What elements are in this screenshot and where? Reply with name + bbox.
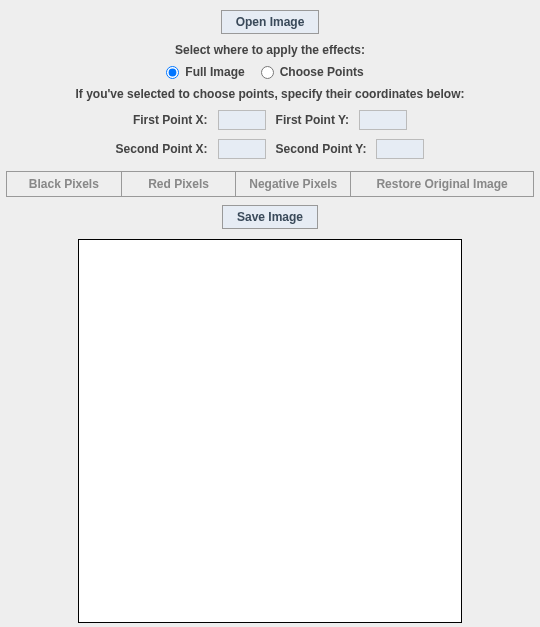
save-row: Save Image [222,205,318,229]
first-point-x-input[interactable] [218,110,266,130]
canvas-wrap [78,239,462,623]
first-point-x-label: First Point X: [133,113,208,127]
full-image-radio-label: Full Image [185,65,244,79]
second-point-y-input[interactable] [376,139,424,159]
effects-toolbar: Black Pixels Red Pixels Negative Pixels … [6,171,534,197]
first-point-y-input[interactable] [359,110,407,130]
save-image-button[interactable]: Save Image [222,205,318,229]
red-pixels-button[interactable]: Red Pixels [121,171,236,197]
negative-pixels-button[interactable]: Negative Pixels [235,171,350,197]
first-point-row: First Point X: First Point Y: [133,110,407,130]
second-point-row: Second Point X: Second Point Y: [116,139,425,159]
first-point-y-label: First Point Y: [276,113,350,127]
second-point-x-input[interactable] [218,139,266,159]
restore-original-button[interactable]: Restore Original Image [350,171,534,197]
full-image-radio[interactable] [166,66,179,79]
specify-coords-label: If you've selected to choose points, spe… [76,87,465,101]
black-pixels-button[interactable]: Black Pixels [6,171,121,197]
scope-radio-group: Full Image Choose Points [166,65,373,79]
choose-points-radio[interactable] [261,66,274,79]
choose-points-radio-label: Choose Points [280,65,364,79]
apply-where-label: Select where to apply the effects: [175,43,365,57]
image-canvas[interactable] [78,239,462,623]
second-point-y-label: Second Point Y: [276,142,367,156]
main-panel: Open Image Select where to apply the eff… [0,0,540,623]
open-image-button[interactable]: Open Image [221,10,320,34]
second-point-x-label: Second Point X: [116,142,208,156]
